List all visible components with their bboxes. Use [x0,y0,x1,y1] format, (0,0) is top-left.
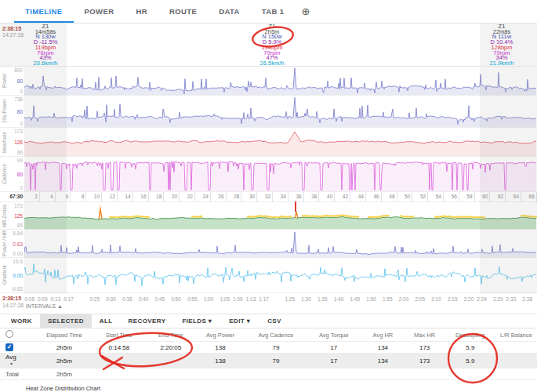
chart-canvas-cadence[interactable] [24,157,537,191]
intervals-collapse[interactable]: INTERVALS ▲ [26,303,63,309]
summary-block-1: Z12h5mN 150wD 5.9%134bpm79rpm47%26.5km/h [229,24,315,67]
row-select-cell[interactable]: ✓ [0,343,37,351]
chart-gutter: Power / HR5.840.630.00 [0,230,24,257]
tab-hr[interactable]: HR [125,0,158,23]
interval-row[interactable]: ✓2h5m0:14:582:20:0513879171341735.9 [0,342,537,354]
lap-cell[interactable]: 38 [304,192,320,201]
lap-cell[interactable]: 20 [164,192,180,201]
row-checkbox[interactable]: ✓ [5,343,13,351]
tab-power[interactable]: POWER [74,0,125,23]
cell-avg-torque: 17 [306,344,361,351]
chart-label: 10s Power [0,96,8,127]
column-header-l-r-balance[interactable]: L/R Balance [495,332,537,339]
total-cell-elapsed-time: 2h5m [37,371,91,378]
select-all-cell[interactable] [0,330,37,339]
menu-edit[interactable]: EDIT ▾ [220,318,259,325]
chart-canvas-power[interactable] [24,67,537,95]
avg-label[interactable]: Avg▾ [5,354,37,367]
axis-value: 5.84 [13,230,23,236]
chart-canvas-power-hr[interactable] [24,230,537,257]
axis-value: 0.63 [13,241,23,246]
result-tab-work[interactable]: WORK [3,314,40,328]
lap-cell[interactable]: 50 [397,192,413,201]
tab-tab-1[interactable]: TAB 1 [251,0,296,23]
column-header-avg-power[interactable]: Avg Power [194,332,245,339]
column-header-avg-cadence[interactable]: Avg Cadence [245,332,306,339]
lap-cell[interactable]: 58 [459,192,475,201]
lap-cell[interactable]: 40 [319,192,335,201]
x-axis-label: 0:30 [106,296,116,302]
column-header-start-time[interactable]: Start Time [91,332,147,339]
x-axis-label: 0:55 [187,296,198,302]
lap-cell[interactable]: 18 [149,192,165,201]
lap-cell[interactable]: 10 [86,192,102,201]
column-header-avg-torque[interactable]: Avg Torque [306,332,361,339]
select-all-circle-icon[interactable] [5,330,13,338]
result-tab-selected[interactable]: SELECTED [40,314,92,328]
lap-cell[interactable]: 34 [273,192,288,201]
column-header-end-time[interactable]: End Time [147,332,194,339]
summary-value: 20.6km/h [24,61,67,67]
lap-cell[interactable]: 54 [428,192,444,201]
lap-cell[interactable]: 44 [350,192,366,201]
lap-cell[interactable]: 42 [335,192,350,201]
avg-cell-elapsed-time: 2h5m [37,358,91,365]
lap-cell[interactable]: 32 [257,192,273,201]
lap-cell[interactable]: 46 [366,192,382,201]
lap-cell[interactable]: 56 [444,192,459,201]
avg-label-cell[interactable]: Avg▾ [0,354,37,367]
x-axis-label: 1:09 [233,296,243,302]
menu-fields[interactable]: FIELDS ▾ [173,318,220,325]
add-tab-button[interactable]: ⊕ [296,0,317,23]
chart-gutter: Power800800 [0,67,24,95]
chart-canvas-gradient[interactable] [24,258,537,292]
tab-timeline[interactable]: TIMELINE [14,0,74,23]
lap-cell[interactable]: 26 [211,192,227,201]
lap-cell[interactable]: 16 [133,192,149,201]
x-axis-label: 2:05 [415,296,425,302]
lap-cell[interactable]: 14 [118,192,133,201]
tab-data[interactable]: DATA [208,0,251,23]
lap-cell[interactable]: 52 [412,192,428,201]
lap-cell[interactable]: 24 [195,192,211,201]
column-header-max-hr[interactable]: Max HR [405,332,445,339]
lap-cell[interactable]: 8 [71,192,86,201]
lap-cell[interactable]: 36 [288,192,304,201]
column-header-decoupling[interactable]: Decoupling [445,332,495,339]
lap-cell[interactable]: 64 [506,192,521,201]
menu-csv[interactable]: CSV [259,318,290,325]
lap-cells: 2468101214161820222426283032343638404244… [24,192,537,201]
column-header-avg-hr[interactable]: Avg HR [361,332,404,339]
lap-cell[interactable]: 60 [475,192,491,201]
axis-value: 738 [14,96,23,102]
chart-rows: Power80080010s Power738800Heartrate17312… [0,67,537,293]
chart-gutter: Heartrate17312686 [0,128,24,156]
chart-canvas-heartrate[interactable] [24,128,537,156]
intervals-table: Elapsed TimeStart TimeEnd TimeAvg PowerA… [0,328,537,380]
lap-cell[interactable]: 12 [102,192,118,201]
lap-cell[interactable]: 4 [40,192,56,201]
x-axis-label: 1:40 [334,296,344,302]
lap-cell[interactable]: 30 [241,192,257,201]
lap-strip[interactable]: 67:3024681012141618202224262830323436384… [0,192,537,202]
chart-canvas-hr-zones[interactable] [24,202,537,229]
cell-start-time: 0:14:58 [91,344,147,351]
result-tab-all[interactable]: ALL [92,314,121,328]
lap-cell[interactable]: 62 [490,192,506,201]
chart-canvas-10s-power[interactable] [24,96,537,127]
lap-cell[interactable]: 2 [24,192,40,201]
result-tab-recovery[interactable]: RECOVERY [121,314,174,328]
tab-route[interactable]: ROUTE [158,0,208,23]
lap-cell[interactable]: 6 [56,192,71,201]
chart-row-cadence: Cadence99800 [0,157,537,192]
x-axis-label: 2:15 [448,296,458,302]
x-axis-label: 1:25 [285,296,295,302]
lap-cell[interactable]: 22 [180,192,195,201]
lap-cell[interactable]: 66 [521,192,537,201]
summary-value: 26.5km/h [229,61,315,67]
column-header-elapsed-time[interactable]: Elapsed Time [37,332,91,339]
avg-dropdown-caret-icon[interactable]: ▾ [10,361,13,367]
lap-cell[interactable]: 48 [382,192,397,201]
avg-cell-decoupling: 5.9 [445,358,495,365]
lap-cell[interactable]: 28 [227,192,242,201]
